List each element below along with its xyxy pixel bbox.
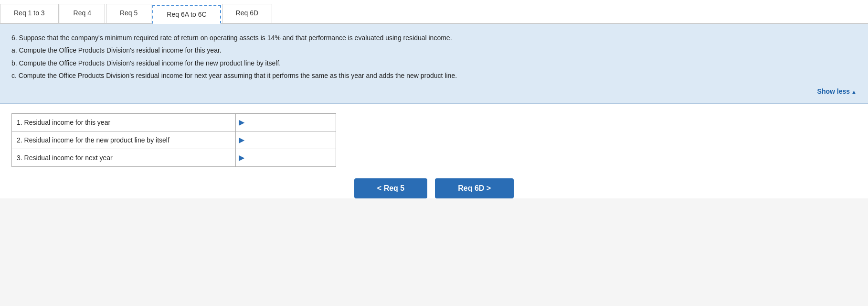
question-box: 6. Suppose that the company's minimum re…	[0, 24, 868, 104]
row-1-input-cell: ▶	[236, 113, 336, 131]
table-row: 1. Residual income for this year ▶	[12, 113, 336, 131]
tab-req-6d[interactable]: Req 6D	[222, 4, 272, 23]
tab-req-4[interactable]: Req 4	[60, 4, 105, 23]
tabs-bar: Req 1 to 3 Req 4 Req 5 Req 6A to 6C Req …	[0, 0, 868, 24]
row-3-label: 3. Residual income for next year	[12, 149, 236, 166]
row-2-input-wrapper: ▶	[236, 131, 336, 149]
row-3-input-wrapper: ▶	[236, 149, 336, 166]
next-button[interactable]: Req 6D >	[435, 178, 514, 198]
row-2-arrow-icon: ▶	[236, 136, 246, 144]
answer-table: 1. Residual income for this year ▶ 2. Re…	[11, 113, 336, 167]
row-2-label: 2. Residual income for the new product l…	[12, 131, 236, 149]
row-3-input-cell: ▶	[236, 149, 336, 166]
tab-req-6a-to-6c[interactable]: Req 6A to 6C	[152, 5, 221, 24]
row-1-input[interactable]	[246, 114, 336, 131]
prev-button[interactable]: < Req 5	[354, 178, 427, 198]
question-text-2: a. Compute the Office Products Division'…	[11, 45, 857, 55]
show-less-container: Show less	[11, 86, 857, 97]
tab-req-5[interactable]: Req 5	[106, 4, 151, 23]
show-less-link[interactable]: Show less	[817, 87, 857, 95]
question-text-1: 6. Suppose that the company's minimum re…	[11, 33, 857, 43]
table-row: 3. Residual income for next year ▶	[12, 149, 336, 166]
page-wrapper: Req 1 to 3 Req 4 Req 5 Req 6A to 6C Req …	[0, 0, 868, 198]
question-text-3: b. Compute the Office Products Division'…	[11, 58, 857, 68]
table-row: 2. Residual income for the new product l…	[12, 131, 336, 149]
row-2-input[interactable]	[246, 131, 336, 149]
nav-buttons: < Req 5 Req 6D >	[0, 178, 868, 198]
row-1-label: 1. Residual income for this year	[12, 113, 236, 131]
row-2-input-cell: ▶	[236, 131, 336, 149]
tab-req-1-to-3[interactable]: Req 1 to 3	[0, 4, 59, 23]
row-3-input[interactable]	[246, 149, 336, 166]
row-3-arrow-icon: ▶	[236, 154, 246, 162]
row-1-arrow-icon: ▶	[236, 119, 246, 126]
question-text-4: c. Compute the Office Products Division'…	[11, 70, 857, 81]
row-1-input-wrapper: ▶	[236, 114, 336, 131]
